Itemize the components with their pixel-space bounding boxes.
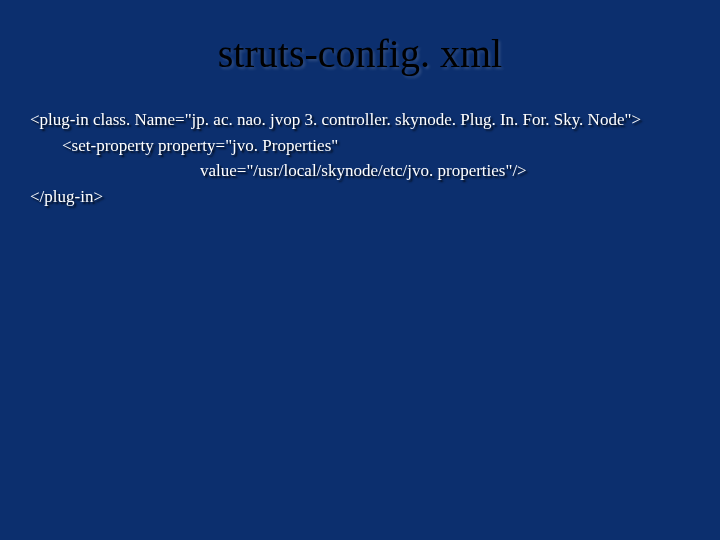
slide-title: struts-config. xml <box>30 30 690 77</box>
code-line-1: <plug-in class. Name="jp. ac. nao. jvop … <box>30 107 690 133</box>
code-line-3: value="/usr/local/skynode/etc/jvo. prope… <box>30 158 690 184</box>
code-line-4: </plug-in> <box>30 184 690 210</box>
slide: struts-config. xml <plug-in class. Name=… <box>0 0 720 540</box>
code-line-2: <set-property property="jvo. Properties" <box>30 133 690 159</box>
code-block: <plug-in class. Name="jp. ac. nao. jvop … <box>30 107 690 209</box>
